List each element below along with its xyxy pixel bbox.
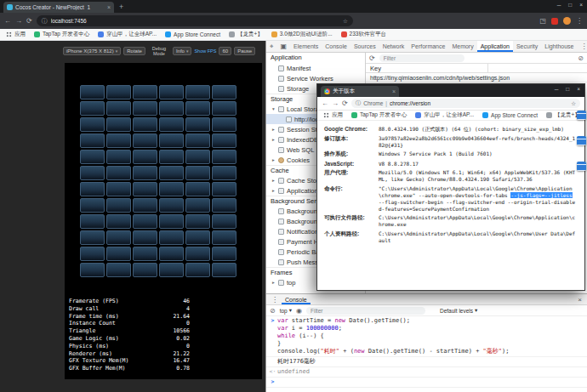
debug-mode-toggle[interactable]: Debug Mode <box>148 46 170 56</box>
context-select[interactable]: top ▾ <box>280 307 292 314</box>
bookmark-item[interactable]: App Store Connect <box>165 31 220 37</box>
devtools-tab-elements[interactable]: Elements <box>290 41 322 52</box>
tab-close-icon[interactable]: × <box>392 88 396 94</box>
disclosure-arrow-icon[interactable]: ▸ <box>272 280 278 285</box>
devtools-tab-sources[interactable]: Sources <box>350 41 379 52</box>
device-toolbar-icon[interactable]: ▣ <box>277 43 291 50</box>
show-fps-toggle[interactable]: Show FPS <box>194 48 216 54</box>
back-icon[interactable]: ← <box>4 17 11 25</box>
console-drawer: ⋮ Console × ⊘ top ▾ ◉ Filter Default lev… <box>266 293 587 392</box>
storage-key-row[interactable]: https://tiny.qimiaosenlin.com/cdn/tp/web… <box>366 73 587 82</box>
close-icon[interactable]: × <box>577 86 580 92</box>
clear-console-icon[interactable]: ⊘ <box>270 307 276 315</box>
bookmark-item[interactable]: 3.0做2D混动UI进阶... <box>271 31 333 38</box>
fps-input[interactable]: 60 <box>219 47 231 55</box>
bookmark-item[interactable]: TapTap 开发者中心 <box>351 111 407 119</box>
extensions-icon[interactable]: ◳ <box>539 17 546 25</box>
disclosure-arrow-icon[interactable]: ▸ <box>272 157 278 162</box>
info-select[interactable]: Info ▾ <box>173 47 192 55</box>
game-sprite <box>106 150 131 164</box>
bookmark-item[interactable]: 应用 <box>323 111 343 119</box>
drawer-close-icon[interactable]: × <box>574 296 585 304</box>
bookmark-item[interactable]: App Store Connect <box>482 112 538 118</box>
devtools-tab-performance[interactable]: Performance <box>407 41 448 52</box>
clear-icon[interactable]: ⊘ <box>578 54 584 62</box>
back-icon[interactable]: ← <box>322 99 328 107</box>
docked-tool-button[interactable] <box>577 111 586 120</box>
close-icon[interactable]: × <box>579 2 583 8</box>
bookmark-label: App Store Connect <box>174 31 220 37</box>
context-select-label: top <box>280 308 288 314</box>
bookmark-item[interactable]: 应用 <box>6 31 26 38</box>
version-row-label: 操作系统: <box>324 151 379 158</box>
column-divider[interactable] <box>487 64 488 72</box>
site-info-icon[interactable]: ⓘ <box>42 17 48 26</box>
minimize-icon[interactable]: ─ <box>555 86 559 92</box>
address-bar[interactable]: ⓘ localhost:7456 ☆ <box>37 15 353 26</box>
devtools-tab-memory[interactable]: Memory <box>448 41 476 52</box>
disclosure-arrow-icon[interactable]: ▸ <box>272 127 278 132</box>
stat-row: Triangle10566 <box>69 327 190 335</box>
tree-item-service-workers[interactable]: Service Workers <box>266 73 365 83</box>
bookmark-item[interactable]: 【龙贵+】 <box>229 31 263 38</box>
tab-close-icon[interactable]: × <box>107 4 111 10</box>
session-storage-icon <box>278 127 284 133</box>
devtools-tab-network[interactable]: Network <box>379 41 408 52</box>
docked-tool-button[interactable] <box>577 136 586 145</box>
popup-tab[interactable]: 关于版本 × <box>321 86 399 97</box>
devtools-tab-lighthouse[interactable]: Lighthouse <box>541 41 577 52</box>
devtools-menu-icon[interactable]: ⋮ <box>578 43 587 50</box>
bookmark-star-icon[interactable]: ☆ <box>571 100 576 107</box>
bookmark-item[interactable]: 穿山甲，让全球AP... <box>98 31 157 38</box>
disclosure-arrow-icon[interactable]: ▸ <box>272 137 278 142</box>
new-tab-button[interactable]: + <box>119 3 123 11</box>
log-levels-select[interactable]: Default levels ▾ <box>440 307 477 314</box>
tree-item-label: Cookies <box>287 156 310 164</box>
site-info-icon[interactable]: ⓘ <box>356 99 362 107</box>
forward-icon[interactable]: → <box>332 99 339 107</box>
popup-address-bar[interactable]: ⓘ Chrome | chrome://version ☆ <box>351 99 580 108</box>
bookmark-item[interactable]: 穿山甲，让全球AP... <box>415 111 474 119</box>
profile-avatar[interactable] <box>563 17 571 25</box>
device-select[interactable]: iPhone X(375 X 812) ▾ <box>63 47 121 55</box>
refresh-icon[interactable]: ⟳ <box>342 99 348 107</box>
devtools-tab-console[interactable]: Console <box>322 41 350 52</box>
refresh-icon[interactable]: ⟳ <box>369 54 375 62</box>
rotate-button[interactable]: Rotate <box>123 47 145 55</box>
disclosure-arrow-icon[interactable]: ▾ <box>272 106 278 111</box>
pause-button[interactable]: Pause <box>234 47 255 55</box>
console-toolbar: ⊘ top ▾ ◉ Filter Default levels ▾ <box>266 305 587 316</box>
tree-item-manifest[interactable]: Manifest <box>266 63 365 73</box>
bookmark-item[interactable]: 233软件官平台 <box>341 31 386 38</box>
minimize-icon[interactable]: ─ <box>557 2 561 8</box>
forward-icon[interactable]: → <box>15 17 22 25</box>
bookmark-item[interactable]: 【龙贵+】 <box>546 111 580 119</box>
console-filter-input[interactable]: Filter <box>306 307 425 315</box>
game-canvas[interactable]: Framerate (FPS)46Draw call4Frame time (m… <box>65 63 262 379</box>
indexeddb-icon <box>278 137 284 143</box>
url-text: localhost:7456 <box>51 18 339 24</box>
bookmark-star-icon[interactable]: ☆ <box>343 18 348 25</box>
game-sprite <box>80 134 105 148</box>
maximize-icon[interactable]: □ <box>568 2 572 8</box>
disclosure-arrow-icon[interactable]: ▸ <box>272 188 278 193</box>
console-tab[interactable]: Console <box>282 294 311 304</box>
maximize-icon[interactable]: □ <box>566 86 569 92</box>
extension-icon[interactable] <box>551 18 558 25</box>
eye-icon[interactable]: ◉ <box>296 307 302 315</box>
cookies-icon <box>278 157 284 163</box>
devtools-tab-application[interactable]: Application <box>477 41 513 52</box>
devtools-tab-security[interactable]: Security <box>513 41 541 52</box>
key-column-header[interactable]: Key <box>370 65 381 72</box>
push-messaging-icon <box>278 259 284 265</box>
docked-tool-button[interactable] <box>577 162 586 171</box>
drawer-menu-icon[interactable]: ⋮ <box>268 296 282 304</box>
console-messages[interactable]: >var startTime = new Date().getTime();va… <box>266 316 587 392</box>
disclosure-arrow-icon[interactable]: ▸ <box>272 178 278 183</box>
inspect-icon[interactable]: ⌖ <box>266 43 277 51</box>
browser-menu-icon[interactable]: ⋮ <box>576 17 583 25</box>
refresh-icon[interactable]: ⟳ <box>26 17 32 25</box>
storage-filter-input[interactable]: Filter <box>379 54 464 62</box>
bookmark-item[interactable]: TapTap 开发者中心 <box>34 31 89 38</box>
browser-tab[interactable]: Cocos Creator - NewProject_1 × <box>3 2 114 13</box>
